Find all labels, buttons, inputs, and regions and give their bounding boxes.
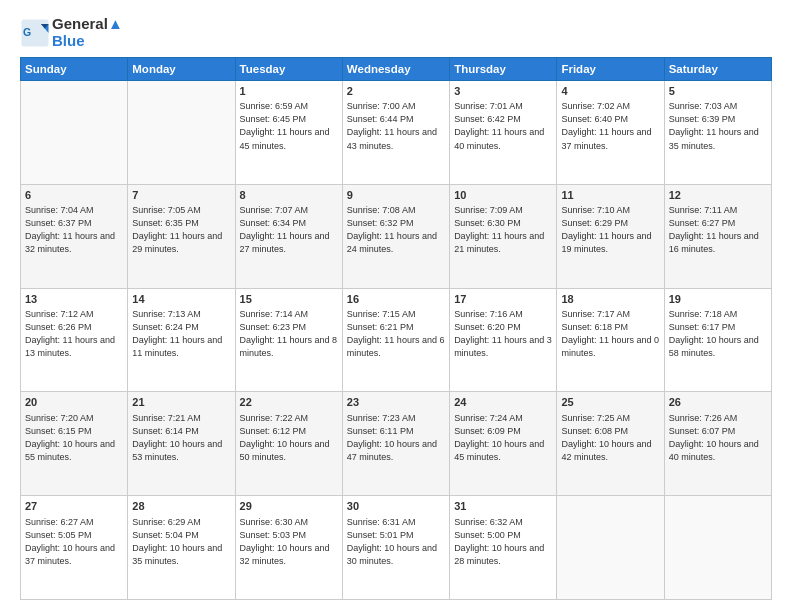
calendar-table: SundayMondayTuesdayWednesdayThursdayFrid… bbox=[20, 57, 772, 600]
calendar-cell: 22Sunrise: 7:22 AMSunset: 6:12 PMDayligh… bbox=[235, 392, 342, 496]
cell-info: Sunrise: 7:21 AMSunset: 6:14 PMDaylight:… bbox=[132, 412, 230, 464]
day-number: 5 bbox=[669, 84, 767, 99]
calendar-row: 1Sunrise: 6:59 AMSunset: 6:45 PMDaylight… bbox=[21, 81, 772, 185]
day-number: 22 bbox=[240, 395, 338, 410]
weekday-header: Sunday bbox=[21, 58, 128, 81]
calendar-cell: 7Sunrise: 7:05 AMSunset: 6:35 PMDaylight… bbox=[128, 184, 235, 288]
day-number: 27 bbox=[25, 499, 123, 514]
calendar-row: 13Sunrise: 7:12 AMSunset: 6:26 PMDayligh… bbox=[21, 288, 772, 392]
calendar-cell: 20Sunrise: 7:20 AMSunset: 6:15 PMDayligh… bbox=[21, 392, 128, 496]
weekday-header: Wednesday bbox=[342, 58, 449, 81]
cell-info: Sunrise: 7:16 AMSunset: 6:20 PMDaylight:… bbox=[454, 308, 552, 360]
cell-info: Sunrise: 6:59 AMSunset: 6:45 PMDaylight:… bbox=[240, 100, 338, 152]
cell-info: Sunrise: 7:26 AMSunset: 6:07 PMDaylight:… bbox=[669, 412, 767, 464]
calendar-cell: 24Sunrise: 7:24 AMSunset: 6:09 PMDayligh… bbox=[450, 392, 557, 496]
day-number: 17 bbox=[454, 292, 552, 307]
day-number: 12 bbox=[669, 188, 767, 203]
day-number: 23 bbox=[347, 395, 445, 410]
day-number: 16 bbox=[347, 292, 445, 307]
cell-info: Sunrise: 7:12 AMSunset: 6:26 PMDaylight:… bbox=[25, 308, 123, 360]
cell-info: Sunrise: 7:13 AMSunset: 6:24 PMDaylight:… bbox=[132, 308, 230, 360]
cell-info: Sunrise: 7:08 AMSunset: 6:32 PMDaylight:… bbox=[347, 204, 445, 256]
cell-info: Sunrise: 7:01 AMSunset: 6:42 PMDaylight:… bbox=[454, 100, 552, 152]
calendar-cell: 14Sunrise: 7:13 AMSunset: 6:24 PMDayligh… bbox=[128, 288, 235, 392]
weekday-header: Thursday bbox=[450, 58, 557, 81]
calendar-cell: 27Sunrise: 6:27 AMSunset: 5:05 PMDayligh… bbox=[21, 496, 128, 600]
day-number: 28 bbox=[132, 499, 230, 514]
day-number: 8 bbox=[240, 188, 338, 203]
day-number: 7 bbox=[132, 188, 230, 203]
calendar-cell: 19Sunrise: 7:18 AMSunset: 6:17 PMDayligh… bbox=[664, 288, 771, 392]
calendar-cell: 9Sunrise: 7:08 AMSunset: 6:32 PMDaylight… bbox=[342, 184, 449, 288]
day-number: 1 bbox=[240, 84, 338, 99]
svg-text:G: G bbox=[23, 26, 31, 38]
cell-info: Sunrise: 7:03 AMSunset: 6:39 PMDaylight:… bbox=[669, 100, 767, 152]
cell-info: Sunrise: 6:31 AMSunset: 5:01 PMDaylight:… bbox=[347, 516, 445, 568]
logo-text: General▲ Blue bbox=[52, 16, 123, 49]
day-number: 9 bbox=[347, 188, 445, 203]
day-number: 24 bbox=[454, 395, 552, 410]
weekday-header: Saturday bbox=[664, 58, 771, 81]
calendar-cell: 4Sunrise: 7:02 AMSunset: 6:40 PMDaylight… bbox=[557, 81, 664, 185]
calendar-cell: 16Sunrise: 7:15 AMSunset: 6:21 PMDayligh… bbox=[342, 288, 449, 392]
day-number: 13 bbox=[25, 292, 123, 307]
cell-info: Sunrise: 7:07 AMSunset: 6:34 PMDaylight:… bbox=[240, 204, 338, 256]
calendar-row: 27Sunrise: 6:27 AMSunset: 5:05 PMDayligh… bbox=[21, 496, 772, 600]
day-number: 6 bbox=[25, 188, 123, 203]
calendar-cell: 25Sunrise: 7:25 AMSunset: 6:08 PMDayligh… bbox=[557, 392, 664, 496]
day-number: 31 bbox=[454, 499, 552, 514]
day-number: 19 bbox=[669, 292, 767, 307]
calendar-cell: 21Sunrise: 7:21 AMSunset: 6:14 PMDayligh… bbox=[128, 392, 235, 496]
calendar-cell: 3Sunrise: 7:01 AMSunset: 6:42 PMDaylight… bbox=[450, 81, 557, 185]
calendar-cell: 31Sunrise: 6:32 AMSunset: 5:00 PMDayligh… bbox=[450, 496, 557, 600]
day-number: 29 bbox=[240, 499, 338, 514]
calendar-cell: 5Sunrise: 7:03 AMSunset: 6:39 PMDaylight… bbox=[664, 81, 771, 185]
calendar-row: 20Sunrise: 7:20 AMSunset: 6:15 PMDayligh… bbox=[21, 392, 772, 496]
cell-info: Sunrise: 6:29 AMSunset: 5:04 PMDaylight:… bbox=[132, 516, 230, 568]
calendar-cell: 11Sunrise: 7:10 AMSunset: 6:29 PMDayligh… bbox=[557, 184, 664, 288]
calendar-cell: 30Sunrise: 6:31 AMSunset: 5:01 PMDayligh… bbox=[342, 496, 449, 600]
cell-info: Sunrise: 7:05 AMSunset: 6:35 PMDaylight:… bbox=[132, 204, 230, 256]
cell-info: Sunrise: 7:23 AMSunset: 6:11 PMDaylight:… bbox=[347, 412, 445, 464]
weekday-header: Friday bbox=[557, 58, 664, 81]
day-number: 4 bbox=[561, 84, 659, 99]
day-number: 30 bbox=[347, 499, 445, 514]
calendar-cell: 12Sunrise: 7:11 AMSunset: 6:27 PMDayligh… bbox=[664, 184, 771, 288]
cell-info: Sunrise: 7:04 AMSunset: 6:37 PMDaylight:… bbox=[25, 204, 123, 256]
calendar-cell bbox=[21, 81, 128, 185]
day-number: 2 bbox=[347, 84, 445, 99]
calendar-cell: 1Sunrise: 6:59 AMSunset: 6:45 PMDaylight… bbox=[235, 81, 342, 185]
day-number: 11 bbox=[561, 188, 659, 203]
calendar-cell: 29Sunrise: 6:30 AMSunset: 5:03 PMDayligh… bbox=[235, 496, 342, 600]
calendar-cell: 8Sunrise: 7:07 AMSunset: 6:34 PMDaylight… bbox=[235, 184, 342, 288]
day-number: 3 bbox=[454, 84, 552, 99]
calendar-row: 6Sunrise: 7:04 AMSunset: 6:37 PMDaylight… bbox=[21, 184, 772, 288]
day-number: 26 bbox=[669, 395, 767, 410]
logo-icon: G bbox=[20, 18, 50, 48]
cell-info: Sunrise: 7:09 AMSunset: 6:30 PMDaylight:… bbox=[454, 204, 552, 256]
day-number: 25 bbox=[561, 395, 659, 410]
weekday-header: Monday bbox=[128, 58, 235, 81]
day-number: 18 bbox=[561, 292, 659, 307]
calendar-cell: 28Sunrise: 6:29 AMSunset: 5:04 PMDayligh… bbox=[128, 496, 235, 600]
cell-info: Sunrise: 7:14 AMSunset: 6:23 PMDaylight:… bbox=[240, 308, 338, 360]
cell-info: Sunrise: 7:10 AMSunset: 6:29 PMDaylight:… bbox=[561, 204, 659, 256]
calendar-cell: 17Sunrise: 7:16 AMSunset: 6:20 PMDayligh… bbox=[450, 288, 557, 392]
calendar-cell: 18Sunrise: 7:17 AMSunset: 6:18 PMDayligh… bbox=[557, 288, 664, 392]
day-number: 21 bbox=[132, 395, 230, 410]
cell-info: Sunrise: 7:00 AMSunset: 6:44 PMDaylight:… bbox=[347, 100, 445, 152]
calendar-cell: 26Sunrise: 7:26 AMSunset: 6:07 PMDayligh… bbox=[664, 392, 771, 496]
calendar-header-row: SundayMondayTuesdayWednesdayThursdayFrid… bbox=[21, 58, 772, 81]
day-number: 20 bbox=[25, 395, 123, 410]
cell-info: Sunrise: 7:02 AMSunset: 6:40 PMDaylight:… bbox=[561, 100, 659, 152]
day-number: 15 bbox=[240, 292, 338, 307]
cell-info: Sunrise: 6:32 AMSunset: 5:00 PMDaylight:… bbox=[454, 516, 552, 568]
calendar-cell: 6Sunrise: 7:04 AMSunset: 6:37 PMDaylight… bbox=[21, 184, 128, 288]
calendar-cell: 23Sunrise: 7:23 AMSunset: 6:11 PMDayligh… bbox=[342, 392, 449, 496]
cell-info: Sunrise: 7:22 AMSunset: 6:12 PMDaylight:… bbox=[240, 412, 338, 464]
cell-info: Sunrise: 7:24 AMSunset: 6:09 PMDaylight:… bbox=[454, 412, 552, 464]
calendar-cell bbox=[557, 496, 664, 600]
cell-info: Sunrise: 6:27 AMSunset: 5:05 PMDaylight:… bbox=[25, 516, 123, 568]
cell-info: Sunrise: 7:15 AMSunset: 6:21 PMDaylight:… bbox=[347, 308, 445, 360]
cell-info: Sunrise: 7:25 AMSunset: 6:08 PMDaylight:… bbox=[561, 412, 659, 464]
